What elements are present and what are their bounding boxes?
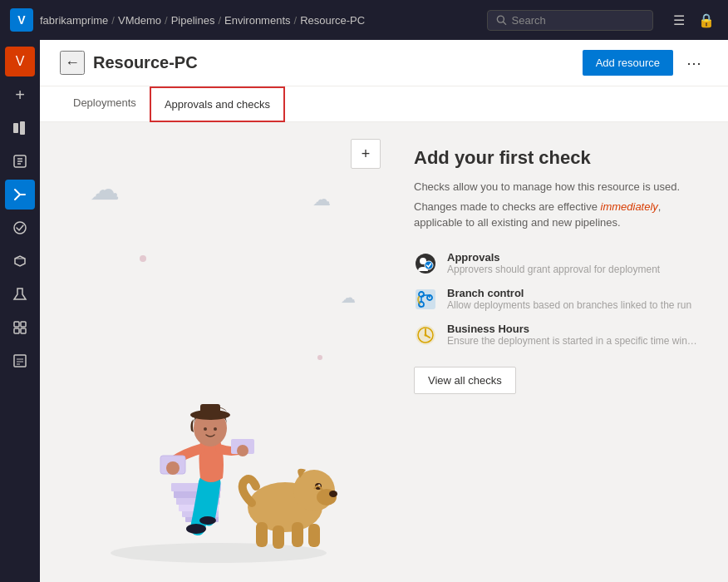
sidebar-item-pipelines[interactable] — [5, 180, 35, 210]
check-info-branch: Branch control Allow deployments based o… — [447, 287, 691, 311]
check-desc-branch: Allow deployments based on branches link… — [447, 299, 691, 311]
check-item-approvals: Approvals Approvers should grant approva… — [414, 251, 703, 275]
sidebar-item-repos[interactable] — [5, 146, 35, 176]
list-icon[interactable]: ☰ — [670, 9, 688, 32]
svg-rect-13 — [14, 328, 19, 333]
search-box[interactable] — [487, 10, 653, 31]
info-desc-1: Checks allow you to manage how this reso… — [414, 179, 703, 195]
app-logo[interactable]: V — [10, 8, 33, 32]
hours-icon — [414, 323, 437, 347]
svg-point-34 — [166, 461, 180, 475]
tab-approvals-checks[interactable]: Approvals and checks — [150, 86, 285, 122]
svg-rect-2 — [13, 123, 18, 133]
check-desc-approvals: Approvers should grant approval for depl… — [447, 264, 660, 275]
check-info-approvals: Approvals Approvers should grant approva… — [447, 251, 660, 275]
check-name-branch: Branch control — [447, 287, 691, 299]
sidebar-item-testplans[interactable] — [5, 213, 35, 243]
svg-rect-11 — [14, 322, 19, 327]
svg-point-26 — [186, 524, 206, 534]
svg-line-1 — [504, 22, 506, 24]
svg-rect-12 — [21, 322, 26, 327]
page-header: ← Resource-PC Add resource ⋯ — [40, 40, 728, 86]
search-input[interactable] — [512, 14, 644, 27]
sidebar: V + — [0, 40, 40, 582]
check-name-hours: Business Hours — [447, 323, 697, 335]
view-all-checks-button[interactable]: View all checks — [414, 367, 516, 394]
hero-illustration — [77, 316, 360, 565]
svg-point-27 — [199, 516, 216, 525]
page-title: Resource-PC — [93, 53, 198, 72]
svg-point-40 — [329, 491, 337, 497]
check-item-hours: Business Hours Ensure the deployment is … — [414, 323, 703, 347]
info-desc-2: Changes made to checks are effective imm… — [414, 199, 703, 231]
svg-rect-3 — [20, 121, 25, 135]
lock-icon[interactable]: 🔒 — [695, 9, 718, 32]
svg-rect-30 — [200, 404, 220, 417]
svg-rect-46 — [308, 524, 320, 547]
dot-decoration-1 — [140, 255, 146, 262]
top-nav: V fabrikamprime / VMdemo / Pipelines / E… — [0, 0, 728, 40]
sidebar-item-reports[interactable] — [5, 346, 35, 376]
plus-button-area: + — [351, 139, 381, 169]
sidebar-item-extensions[interactable] — [5, 313, 35, 343]
svg-point-31 — [204, 427, 207, 431]
add-check-button[interactable]: + — [351, 139, 381, 169]
add-resource-button[interactable]: Add resource — [583, 50, 673, 76]
breadcrumb-current: Resource-PC — [300, 14, 365, 27]
illustration-side: + ☁ ☁ ☁ — [40, 122, 397, 582]
tabs-bar: Deployments Approvals and checks — [40, 86, 728, 122]
approvals-icon — [414, 252, 437, 275]
back-button[interactable]: ← — [60, 51, 85, 75]
main-content: ← Resource-PC Add resource ⋯ Deployments… — [40, 40, 728, 582]
sidebar-item-artifacts[interactable] — [5, 246, 35, 276]
info-title: Add your first check — [414, 147, 703, 169]
check-desc-hours: Ensure the deployment is started in a sp… — [447, 335, 697, 347]
header-actions: Add resource ⋯ — [583, 50, 708, 76]
svg-rect-43 — [256, 522, 268, 547]
dot-decoration-2 — [317, 355, 322, 360]
cloud-decoration-3: ☁ — [341, 289, 356, 307]
info-side: Add your first check Checks allow you to… — [397, 122, 728, 582]
page-header-left: ← Resource-PC — [60, 51, 198, 75]
checks-list: Approvals Approvers should grant approva… — [414, 251, 703, 347]
svg-point-36 — [237, 445, 248, 456]
svg-rect-45 — [292, 522, 303, 547]
tab-deployments[interactable]: Deployments — [60, 86, 150, 122]
nav-icons: ☰ 🔒 — [670, 9, 718, 32]
svg-point-59 — [425, 333, 427, 336]
sidebar-item-boards[interactable] — [5, 113, 35, 143]
svg-point-49 — [425, 261, 433, 269]
check-item-branch: Branch control Allow deployments based o… — [414, 287, 703, 311]
svg-rect-15 — [14, 355, 26, 367]
highlight-immediately: immediately — [601, 200, 658, 213]
breadcrumb-environments[interactable]: Environments — [224, 14, 290, 27]
svg-rect-44 — [273, 525, 284, 549]
sidebar-item-add[interactable]: + — [5, 80, 35, 110]
branch-icon — [414, 288, 437, 311]
svg-point-9 — [14, 222, 26, 234]
breadcrumb-pipelines[interactable]: Pipelines — [171, 14, 215, 27]
more-options-button[interactable]: ⋯ — [680, 51, 708, 76]
check-info-hours: Business Hours Ensure the deployment is … — [447, 323, 697, 347]
sidebar-item-lab[interactable] — [5, 279, 35, 309]
cloud-decoration-2: ☁ — [312, 189, 331, 210]
svg-rect-14 — [21, 328, 26, 333]
cloud-decoration-1: ☁ — [90, 172, 120, 207]
breadcrumb-fabrikamprime[interactable]: fabrikamprime — [40, 14, 108, 27]
search-icon — [496, 14, 507, 26]
svg-point-32 — [214, 427, 217, 431]
content-area: + ☁ ☁ ☁ — [40, 122, 728, 582]
check-name-approvals: Approvals — [447, 251, 660, 264]
sidebar-item-home[interactable]: V — [5, 47, 35, 76]
breadcrumb-vmdemo[interactable]: VMdemo — [118, 14, 161, 27]
breadcrumb: fabrikamprime / VMdemo / Pipelines / Env… — [40, 14, 365, 27]
